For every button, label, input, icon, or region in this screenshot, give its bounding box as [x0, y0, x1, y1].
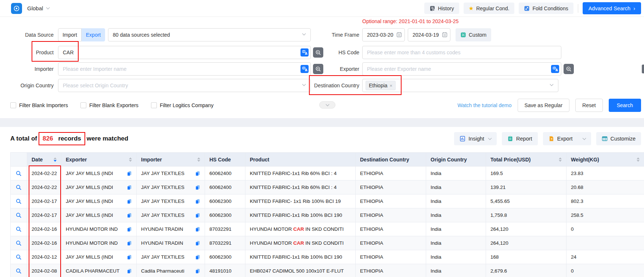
copy-icon[interactable] — [127, 269, 132, 274]
checkbox-unchecked[interactable] — [80, 102, 86, 108]
results-suffix: were matched — [87, 135, 128, 142]
importer-input[interactable] — [58, 62, 311, 76]
view-detail-icon[interactable] — [16, 212, 22, 218]
collapse-form-button[interactable] — [319, 101, 335, 109]
exporter-input[interactable] — [362, 62, 561, 76]
table-body: 2024-02-22 JAY JAY MILLS (INDI JAY JAY T… — [11, 167, 644, 277]
advanced-search-button[interactable]: Advanced Search › — [583, 2, 641, 14]
insight-button[interactable]: Insight — [454, 132, 497, 145]
filter-checkbox-item[interactable]: Filter Blank Exporters — [80, 102, 138, 108]
copy-icon[interactable] — [195, 171, 200, 176]
search-button[interactable]: Search — [609, 99, 641, 112]
export-tab[interactable]: Export — [82, 28, 105, 41]
cell-weight: 0 — [566, 222, 644, 236]
copy-icon[interactable] — [127, 255, 132, 260]
copy-icon[interactable] — [195, 255, 200, 260]
exact-match-icon[interactable] — [564, 64, 574, 74]
copy-icon[interactable] — [195, 185, 200, 190]
destination-tag-label: Ethiopia — [369, 83, 388, 88]
view-detail-icon[interactable] — [16, 240, 22, 246]
view-detail-icon[interactable] — [16, 268, 22, 274]
reset-button[interactable]: Reset — [575, 99, 603, 112]
view-detail-icon[interactable] — [16, 171, 22, 176]
regular-cond-button[interactable]: ★ Regular Cond. — [464, 3, 515, 14]
hs-code-label: HS Code — [298, 50, 362, 55]
destination-country-row: Destination Country Ethiopia × — [298, 79, 558, 92]
copy-icon[interactable] — [127, 241, 132, 246]
custom-range-button[interactable]: Custom — [456, 28, 491, 41]
cell-price: 264,120 — [486, 236, 566, 250]
header-exporter[interactable]: Exporter — [61, 153, 137, 167]
tutorial-link[interactable]: Watch the tutorial demo — [457, 102, 511, 108]
header-origin: Origin Country — [426, 153, 486, 167]
date-from-wrap — [362, 28, 405, 41]
insight-label: Insight — [468, 136, 484, 142]
filter-label: Filter Blank Importers — [19, 102, 68, 108]
header-price[interactable]: Total Price(USD) — [486, 153, 566, 167]
checkbox-unchecked[interactable] — [151, 102, 157, 108]
sort-icon[interactable] — [129, 157, 132, 162]
custom-label: Custom — [469, 32, 486, 38]
filter-checkbox-item[interactable]: Filter Blank Importers — [10, 102, 68, 108]
copy-icon[interactable] — [127, 171, 132, 176]
header-date[interactable]: Date — [27, 153, 61, 167]
product-input[interactable] — [58, 46, 311, 59]
sort-icon[interactable] — [54, 157, 57, 162]
origin-country-select[interactable]: Please select Origin Country — [58, 79, 311, 92]
copy-icon[interactable] — [195, 199, 200, 204]
fold-conditions-button[interactable]: Fold Conditions — [519, 3, 573, 14]
copy-icon[interactable] — [127, 185, 132, 190]
table-row: 2024-02-22 JAY JAY MILLS (INDI JAY JAY T… — [11, 181, 644, 194]
sort-icon[interactable] — [637, 157, 640, 162]
topbar-actions: History ★ Regular Cond. Fold Conditions … — [424, 2, 641, 14]
filter-checkbox-item[interactable]: Filter Logitics Company — [151, 102, 213, 108]
sort-icon[interactable] — [559, 157, 562, 162]
chevron-right-icon: › — [633, 6, 635, 11]
calendar-icon[interactable] — [396, 32, 402, 39]
copy-icon[interactable] — [195, 269, 200, 274]
destination-tag: Ethiopia × — [366, 81, 396, 90]
cell-importer: JAY JAY TEXTILES — [137, 194, 205, 208]
checkbox-unchecked[interactable] — [10, 102, 16, 108]
region-selector[interactable]: Global — [27, 5, 49, 11]
view-detail-icon[interactable] — [16, 185, 22, 190]
history-button[interactable]: History — [424, 3, 459, 14]
customize-icon — [602, 136, 608, 142]
fold-conditions-label: Fold Conditions — [532, 6, 568, 11]
exporter-label: Exporter — [298, 66, 362, 72]
customize-button[interactable]: Customize — [596, 132, 641, 145]
remove-tag-icon[interactable]: × — [390, 83, 393, 88]
origin-country-row: Origin Country Please select Origin Coun… — [0, 79, 311, 92]
copy-icon[interactable] — [195, 213, 200, 218]
cell-weight: 20.68 — [566, 181, 644, 194]
report-icon — [507, 136, 513, 142]
destination-country-select[interactable]: Ethiopia × — [362, 79, 558, 92]
sort-icon[interactable] — [197, 157, 200, 162]
importer-row: Importer A — [0, 62, 323, 76]
header-importer[interactable]: Importer — [137, 153, 205, 167]
translate-icon[interactable]: A — [551, 65, 559, 73]
cell-weight: 24 — [566, 250, 644, 264]
import-tab[interactable]: Import — [58, 28, 82, 41]
copy-icon[interactable] — [127, 213, 132, 218]
view-detail-icon[interactable] — [16, 254, 22, 260]
copy-icon[interactable] — [127, 227, 132, 232]
copy-icon[interactable] — [195, 241, 200, 246]
export-button[interactable]: Export — [543, 132, 591, 145]
view-detail-icon[interactable] — [16, 226, 22, 232]
chevron-down-icon — [46, 6, 50, 10]
keyword-highlight: CAR — [293, 240, 304, 246]
header-weight[interactable]: Weight(KG) — [566, 153, 644, 167]
save-as-regular-button[interactable]: Save as Regular — [518, 99, 570, 112]
view-detail-icon[interactable] — [16, 198, 22, 204]
copy-icon[interactable] — [127, 199, 132, 204]
cell-destination: ETHIOPIA — [356, 167, 426, 181]
calendar-icon[interactable] — [442, 32, 447, 39]
cell-product: EHB0247 CADIMOL 500 100x10T E-FLUT — [245, 264, 356, 277]
copy-icon[interactable] — [195, 227, 200, 232]
hs-code-input[interactable] — [362, 46, 561, 59]
data-source-select[interactable]: 80 data sources selected — [108, 28, 311, 41]
cell-destination: ETHIOPIA — [356, 194, 426, 208]
chevron-down-icon — [325, 103, 329, 106]
report-button[interactable]: Report — [502, 132, 538, 145]
